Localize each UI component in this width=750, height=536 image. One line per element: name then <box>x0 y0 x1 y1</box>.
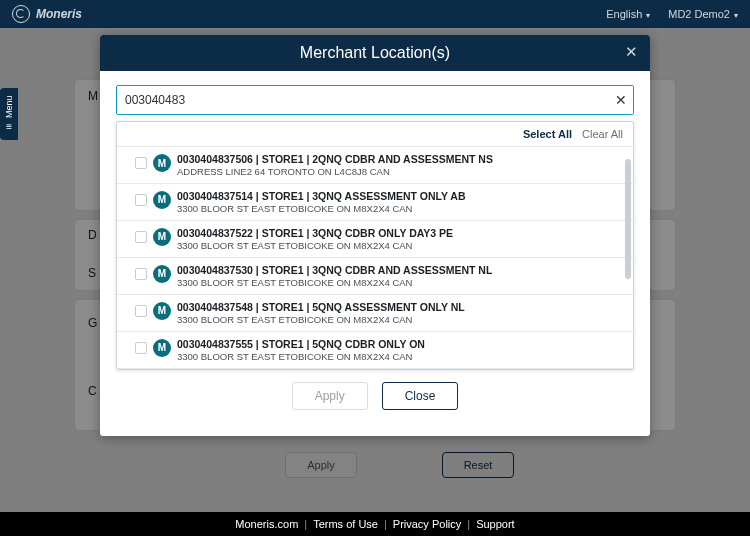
item-subtitle: 3300 BLOOR ST EAST ETOBICOKE ON M8X2X4 C… <box>177 240 453 251</box>
brand-text: Moneris <box>36 7 82 21</box>
merchant-badge-icon: M <box>153 228 171 246</box>
merchant-list-item[interactable]: M0030404837548 | STORE1 | 5QNQ ASSESSMEN… <box>117 295 633 332</box>
merchant-badge-icon: M <box>153 302 171 320</box>
item-checkbox[interactable] <box>135 268 147 280</box>
close-icon[interactable]: ✕ <box>622 43 640 61</box>
swirl-icon <box>12 5 30 23</box>
merchant-badge-icon: M <box>153 265 171 283</box>
merchant-location-modal: Merchant Location(s) ✕ ✕ Select All Clea… <box>100 35 650 436</box>
chevron-down-icon: ▾ <box>734 11 738 20</box>
modal-title: Merchant Location(s) <box>300 44 450 62</box>
merchant-badge-icon: M <box>153 191 171 209</box>
search-field-wrap: ✕ <box>116 85 634 115</box>
menu-side-tab[interactable]: ≡ Menu <box>0 88 18 140</box>
item-title: 0030404837514 | STORE1 | 3QNQ ASSESSMENT… <box>177 190 466 203</box>
modal-apply-button[interactable]: Apply <box>292 382 368 410</box>
hamburger-icon: ≡ <box>6 121 12 132</box>
item-subtitle: 3300 BLOOR ST EAST ETOBICOKE ON M8X2X4 C… <box>177 314 465 325</box>
item-checkbox[interactable] <box>135 157 147 169</box>
item-checkbox[interactable] <box>135 194 147 206</box>
top-bar: Moneris English▾ MD2 Demo2▾ <box>0 0 750 28</box>
modal-header: Merchant Location(s) ✕ <box>100 35 650 71</box>
merchant-list-item[interactable]: M0030404837530 | STORE1 | 3QNQ CDBR AND … <box>117 258 633 295</box>
item-title: 0030404837530 | STORE1 | 3QNQ CDBR AND A… <box>177 264 492 277</box>
merchant-list-item[interactable]: M0030404837506 | STORE1 | 2QNQ CDBR AND … <box>117 147 633 184</box>
results-list: M0030404837506 | STORE1 | 2QNQ CDBR AND … <box>117 147 633 369</box>
merchant-list-item[interactable]: M0030404837514 | STORE1 | 3QNQ ASSESSMEN… <box>117 184 633 221</box>
clear-all-button[interactable]: Clear All <box>582 128 623 140</box>
item-title: 0030404837548 | STORE1 | 5QNQ ASSESSMENT… <box>177 301 465 314</box>
modal-close-button[interactable]: Close <box>382 382 459 410</box>
merchant-badge-icon: M <box>153 154 171 172</box>
clear-search-icon[interactable]: ✕ <box>615 92 627 108</box>
item-title: 0030404837555 | STORE1 | 5QNQ CDBR ONLY … <box>177 338 425 351</box>
page-footer: Moneris.com| Terms of Use| Privacy Polic… <box>0 512 750 536</box>
user-menu[interactable]: MD2 Demo2▾ <box>668 8 738 20</box>
item-subtitle: ADDRESS LINE2 64 TORONTO ON L4C8J8 CAN <box>177 166 493 177</box>
item-title: 0030404837506 | STORE1 | 2QNQ CDBR AND A… <box>177 153 493 166</box>
footer-link-home[interactable]: Moneris.com <box>235 518 298 530</box>
chevron-down-icon: ▾ <box>646 11 650 20</box>
results-dropdown: Select All Clear All M0030404837506 | ST… <box>116 121 634 370</box>
merchant-list-item[interactable]: M0030404837555 | STORE1 | 5QNQ CDBR ONLY… <box>117 332 633 369</box>
item-subtitle: 3300 BLOOR ST EAST ETOBICOKE ON M8X2X4 C… <box>177 277 492 288</box>
merchant-search-input[interactable] <box>117 86 633 114</box>
merchant-badge-icon: M <box>153 339 171 357</box>
footer-link-support[interactable]: Support <box>476 518 515 530</box>
footer-link-terms[interactable]: Terms of Use <box>313 518 378 530</box>
footer-link-privacy[interactable]: Privacy Policy <box>393 518 461 530</box>
item-subtitle: 3300 BLOOR ST EAST ETOBICOKE ON M8X2X4 C… <box>177 351 425 362</box>
select-all-button[interactable]: Select All <box>523 128 572 140</box>
item-title: 0030404837522 | STORE1 | 3QNQ CDBR ONLY … <box>177 227 453 240</box>
scrollbar-thumb[interactable] <box>625 159 631 279</box>
language-selector[interactable]: English▾ <box>606 8 650 20</box>
item-subtitle: 3300 BLOOR ST EAST ETOBICOKE ON M8X2X4 C… <box>177 203 466 214</box>
item-checkbox[interactable] <box>135 231 147 243</box>
brand-logo: Moneris <box>12 5 82 23</box>
merchant-list-item[interactable]: M0030404837522 | STORE1 | 3QNQ CDBR ONLY… <box>117 221 633 258</box>
menu-label: Menu <box>4 96 14 119</box>
item-checkbox[interactable] <box>135 305 147 317</box>
item-checkbox[interactable] <box>135 342 147 354</box>
